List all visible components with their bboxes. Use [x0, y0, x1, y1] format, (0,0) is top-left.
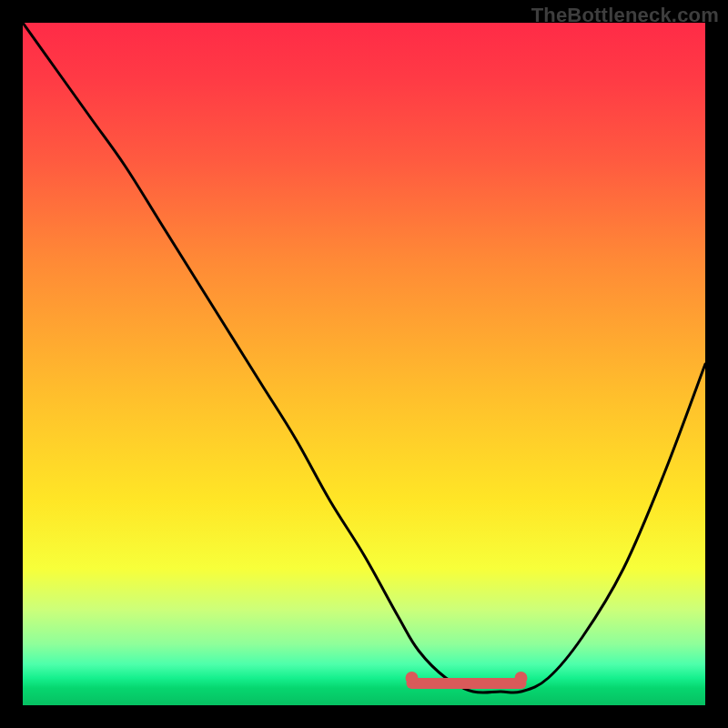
marker-range-start: [406, 672, 419, 684]
marker-range-end: [515, 672, 528, 684]
bottleneck-curve: [23, 23, 705, 705]
curve-path: [23, 23, 705, 693]
chart-frame: TheBottleneck.com: [0, 0, 728, 728]
watermark-text: TheBottleneck.com: [531, 4, 719, 27]
plot-area: [23, 23, 705, 705]
